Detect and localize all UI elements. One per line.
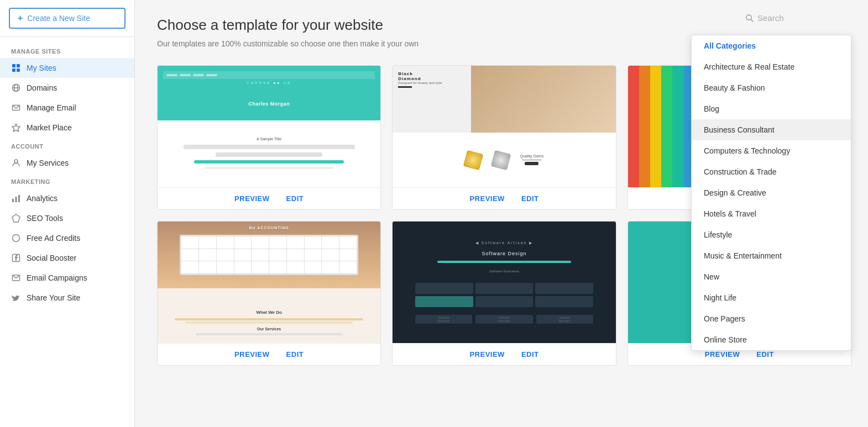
facebook-icon xyxy=(11,253,21,263)
seo-icon xyxy=(11,213,21,223)
sidebar-item-domains[interactable]: Domains xyxy=(0,78,134,98)
mail-icon xyxy=(11,273,21,283)
cat-item-beauty-fashion[interactable]: Beauty & Fashion xyxy=(692,77,851,98)
svg-rect-3 xyxy=(17,68,20,72)
cat-item-architecture[interactable]: Architecture & Real Estate xyxy=(692,56,851,77)
twitter-icon xyxy=(11,293,21,303)
search-input[interactable] xyxy=(757,13,840,23)
svg-point-14 xyxy=(13,235,20,242)
cat-item-design-creative[interactable]: Design & Creative xyxy=(692,182,851,203)
sidebar-item-free-ad-credits[interactable]: Free Ad Credits xyxy=(0,228,134,248)
cat-item-construction-trade[interactable]: Construction & Trade xyxy=(692,161,851,182)
cat-item-night-life[interactable]: Night Life xyxy=(692,287,851,308)
search-icon xyxy=(745,14,754,23)
sidebar-label-free-ad-credits: Free Ad Credits xyxy=(27,234,80,243)
section-title-marketing: MARKETING xyxy=(0,173,134,188)
circle-icon xyxy=(11,233,21,243)
svg-line-18 xyxy=(751,19,753,22)
top-right-area: All Categories Architecture & Real Estat… xyxy=(745,13,851,23)
section-title-manage: MANAGE SITES xyxy=(0,43,134,58)
cat-item-all-categories[interactable]: All Categories xyxy=(692,35,851,56)
template-2-preview-button[interactable]: PREVIEW xyxy=(469,194,504,203)
template-card-2: Black Diamond Designed for beauty and st… xyxy=(392,65,616,210)
sidebar-divider xyxy=(0,36,134,37)
cat-item-online-store[interactable]: Online Store xyxy=(692,329,851,350)
sidebar-label-share-your-site: Share Your Site xyxy=(27,293,80,302)
sidebar-label-my-services: My Services xyxy=(27,159,69,167)
sidebar-item-market-place[interactable]: Market Place xyxy=(0,118,134,138)
svg-rect-1 xyxy=(17,64,20,67)
cat-item-hotels-travel[interactable]: Hotels & Travel xyxy=(692,203,851,224)
svg-rect-2 xyxy=(12,68,15,72)
template-thumb-5: ◀ Software Artisan ▶ Software Design Sof… xyxy=(393,222,615,343)
sidebar-item-share-your-site[interactable]: Share Your Site xyxy=(0,288,134,308)
sidebar-label-market-place: Market Place xyxy=(27,123,72,132)
sidebar: + Create a New Site MANAGE SITES My Site… xyxy=(0,0,135,427)
cat-item-new[interactable]: New xyxy=(692,266,851,287)
svg-rect-12 xyxy=(18,195,20,202)
template-5-actions: PREVIEW EDIT xyxy=(393,343,615,365)
svg-point-9 xyxy=(14,160,18,163)
svg-point-17 xyxy=(746,15,751,20)
template-4-actions: PREVIEW EDIT xyxy=(158,343,380,365)
cat-item-one-pagers[interactable]: One Pagers xyxy=(692,308,851,329)
sidebar-item-analytics[interactable]: Analytics xyxy=(0,188,134,208)
svg-marker-8 xyxy=(12,124,20,132)
email-icon xyxy=(11,103,21,113)
cat-item-lifestyle[interactable]: Lifestyle xyxy=(692,224,851,245)
sidebar-label-domains: Domains xyxy=(27,83,57,92)
person-icon xyxy=(11,158,21,168)
main-content: Choose a template for your website Our t… xyxy=(135,0,868,427)
star-icon xyxy=(11,123,21,133)
template-4-edit-button[interactable]: EDIT xyxy=(286,350,304,359)
template-1-edit-button[interactable]: EDIT xyxy=(286,194,304,203)
sidebar-item-seo-tools[interactable]: SEO Tools xyxy=(0,208,134,228)
sidebar-item-my-services[interactable]: My Services xyxy=(0,153,134,173)
template-2-actions: PREVIEW EDIT xyxy=(393,187,615,209)
search-box xyxy=(745,13,840,23)
sidebar-label-social-booster: Social Booster xyxy=(27,254,76,262)
template-6-preview-button[interactable]: PREVIEW xyxy=(705,350,740,359)
sidebar-label-manage-email: Manage Email xyxy=(27,103,76,112)
template-1-preview-button[interactable]: PREVIEW xyxy=(234,194,269,203)
template-5-edit-button[interactable]: EDIT xyxy=(521,350,539,359)
bar-chart-icon xyxy=(11,193,21,203)
template-thumb-4: BU ACCOUNTING What We Do xyxy=(158,222,380,343)
template-card-4: BU ACCOUNTING What We Do xyxy=(157,221,381,366)
sidebar-label-analytics: Analytics xyxy=(27,194,57,203)
template-2-edit-button[interactable]: EDIT xyxy=(521,194,539,203)
cat-item-blog[interactable]: Blog xyxy=(692,98,851,119)
svg-rect-11 xyxy=(15,197,17,202)
sidebar-item-manage-email[interactable]: Manage Email xyxy=(0,98,134,118)
create-new-site-button[interactable]: + Create a New Site xyxy=(9,8,126,29)
svg-rect-0 xyxy=(12,64,15,67)
sidebar-item-my-sites[interactable]: My Sites xyxy=(0,58,134,78)
template-card-1: CHOOSE ■■ US Charles Morgan A Sample Tit… xyxy=(157,65,381,210)
sidebar-item-social-booster[interactable]: Social Booster xyxy=(0,248,134,268)
template-thumb-1: CHOOSE ■■ US Charles Morgan A Sample Tit… xyxy=(158,66,380,187)
svg-rect-10 xyxy=(12,199,14,202)
cat-item-music-entertainment[interactable]: Music & Entertainment xyxy=(692,245,851,266)
cat-item-business-consultant[interactable]: Business Consultant xyxy=(692,119,851,140)
sidebar-label-email-campaigns: Email Campaigns xyxy=(27,273,87,282)
template-5-preview-button[interactable]: PREVIEW xyxy=(469,350,504,359)
categories-dropdown: All Categories Architecture & Real Estat… xyxy=(691,35,851,351)
sidebar-label-my-sites: My Sites xyxy=(27,64,56,72)
sidebar-item-email-campaigns[interactable]: Email Campaigns xyxy=(0,268,134,288)
globe-icon xyxy=(11,83,21,93)
sidebar-label-seo-tools: SEO Tools xyxy=(27,214,63,223)
template-1-actions: PREVIEW EDIT xyxy=(158,187,380,209)
plus-icon: + xyxy=(18,13,23,23)
template-thumb-2: Black Diamond Designed for beauty and st… xyxy=(393,66,615,187)
cat-item-computers-technology[interactable]: Computers & Technology xyxy=(692,140,851,161)
section-title-account: ACCOUNT xyxy=(0,138,134,153)
grid-icon xyxy=(11,63,21,73)
template-6-edit-button[interactable]: EDIT xyxy=(756,350,774,359)
svg-marker-13 xyxy=(12,214,20,222)
template-4-preview-button[interactable]: PREVIEW xyxy=(234,350,269,359)
template-card-5: ◀ Software Artisan ▶ Software Design Sof… xyxy=(392,221,616,366)
